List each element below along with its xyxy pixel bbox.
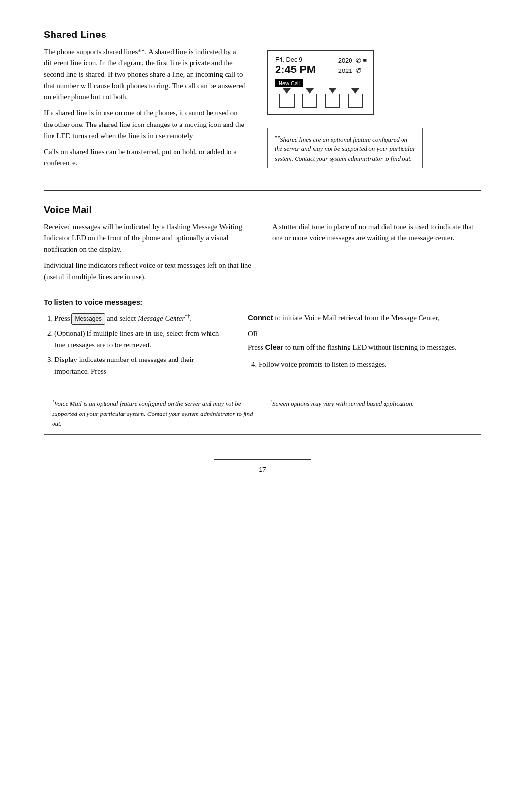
new-call-button[interactable]: New Call	[275, 79, 303, 87]
shared-lines-para2: If a shared line is in use on one of the…	[44, 108, 248, 142]
footnote-marker: **	[275, 134, 280, 140]
softkey-3	[325, 94, 340, 108]
instructions-left: To listen to voice messages: Press Messa…	[44, 288, 228, 380]
press-clear-text: Press Clear to turn off the flashing LED…	[248, 342, 481, 353]
footnote-left-text: Voice Mail is an optional feature config…	[52, 400, 253, 427]
section-divider	[44, 190, 481, 191]
phone-date: Fri, Dec 9	[275, 56, 315, 63]
step-2: (Optional) If multiple lines are in use,…	[54, 327, 228, 351]
shared-lines-text: The phone supports shared lines**. A sha…	[44, 46, 248, 174]
instructions-right: Connct to initiate Voice Mail retrieval …	[248, 288, 481, 380]
vm-para2: Individual line indicators reflect voice…	[44, 260, 253, 283]
softkey-4	[348, 94, 363, 108]
voice-mail-heading: Voice Mail	[44, 204, 481, 216]
phone-time: 2:45 PM	[275, 63, 315, 76]
instructions-heading: To listen to voice messages:	[44, 296, 228, 307]
voice-mail-section: Voice Mail Received messages will be ind…	[44, 204, 481, 435]
phone-diagram: Fri, Dec 9 2:45 PM 2020 ✆ ≡ 2021 ✆̄ ≡	[267, 50, 374, 115]
page-number: 17	[259, 466, 266, 473]
shared-lines-section: Shared Lines The phone supports shared l…	[44, 29, 481, 174]
step1-sup: *†	[185, 313, 190, 319]
step-3: Display indicates number of messages and…	[54, 354, 228, 377]
steps-list-right: Follow voice prompts to listen to messag…	[248, 359, 481, 370]
footnote-text: Shared lines are an optional feature con…	[275, 136, 415, 162]
connct-text: Connct to initiate Voice Mail retrieval …	[248, 312, 481, 324]
step-4: Follow voice prompts to listen to messag…	[259, 359, 481, 370]
phone-line1: 2020 ✆ ≡	[338, 56, 367, 66]
softkeys-row	[275, 94, 367, 108]
footnote-left-col: *Voice Mail is an optional feature confi…	[52, 398, 255, 429]
vm-para-right1: A stutter dial tone in place of normal d…	[272, 221, 481, 244]
connct-label: Connct	[248, 313, 273, 322]
bottom-footnote-box: *Voice Mail is an optional feature confi…	[44, 392, 481, 435]
phone-line2: 2021 ✆̄ ≡	[338, 66, 367, 76]
shared-lines-diagram-area: Fri, Dec 9 2:45 PM 2020 ✆ ≡ 2021 ✆̄ ≡	[267, 46, 481, 174]
page-footer: 17	[214, 459, 311, 473]
shared-lines-para3: Calls on shared lines can be transferred…	[44, 146, 248, 169]
step1-text: Message Center	[138, 314, 185, 322]
clear-label: Clear	[265, 343, 283, 351]
phone-lines: 2020 ✆ ≡ 2021 ✆̄ ≡	[338, 56, 367, 76]
softkey-2	[302, 94, 317, 108]
shared-lines-heading: Shared Lines	[44, 29, 481, 40]
or-text: OR	[248, 328, 481, 340]
footnote-right-text: Screen options may vary with served-base…	[272, 400, 414, 407]
footnote-right-col: †Screen options may vary with served-bas…	[270, 398, 473, 429]
messages-button[interactable]: Messages	[71, 313, 105, 325]
voice-mail-left: Received messages will be indicated by a…	[44, 221, 253, 288]
instructions-section: To listen to voice messages: Press Messa…	[44, 288, 481, 380]
shared-lines-para1: The phone supports shared lines**. A sha…	[44, 46, 248, 103]
voice-mail-right: A stutter dial tone in place of normal d…	[272, 221, 481, 288]
voice-mail-body: Received messages will be indicated by a…	[44, 221, 481, 288]
softkey-1	[279, 94, 295, 108]
step-1: Press Messages and select Message Center…	[54, 312, 228, 325]
vm-para1: Received messages will be indicated by a…	[44, 221, 253, 255]
steps-list: Press Messages and select Message Center…	[44, 312, 228, 377]
shared-lines-footnote-box: **Shared lines are an optional feature c…	[267, 128, 423, 169]
